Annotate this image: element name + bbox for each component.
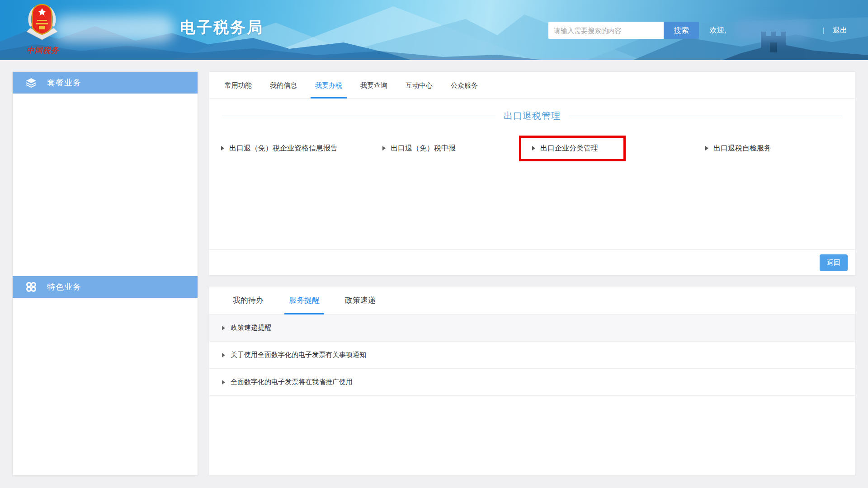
link-cell: 出口退税自检服务 — [693, 136, 855, 161]
caret-right-icon — [222, 380, 225, 385]
title-divider-left — [222, 116, 495, 116]
logout-link[interactable]: 退出 — [833, 22, 847, 39]
header-separator: | — [823, 22, 825, 39]
tab-interaction-center[interactable]: 互动中心 — [403, 72, 435, 98]
caret-right-icon — [222, 326, 225, 330]
search-input[interactable] — [548, 22, 664, 39]
tab-common-functions[interactable]: 常用功能 — [222, 72, 255, 98]
notice-item-einvoice-promotion[interactable]: 全面数字化的电子发票将在我省推广使用 — [209, 369, 855, 396]
sidebar-item-special-services[interactable]: 特色业务 — [13, 276, 198, 298]
logo-caption: 中国税务 — [18, 45, 68, 56]
sidebar: 套餐业务 特色业务 — [12, 71, 198, 476]
tab-my-info[interactable]: 我的信息 — [267, 72, 300, 98]
link-cell: 出口退（免）税企业资格信息报告 — [209, 136, 371, 161]
sidebar-item-package-services[interactable]: 套餐业务 — [13, 72, 198, 94]
caret-right-icon — [382, 146, 386, 150]
tab-my-todo[interactable]: 我的待办 — [230, 286, 266, 314]
caret-right-icon — [221, 146, 224, 150]
tab-tax-handling[interactable]: 我要办税 — [312, 72, 345, 98]
workspace-panel: 常用功能 我的信息 我要办税 我要查询 互动中心 公众服务 出口退税管理 出口退… — [209, 71, 855, 276]
apps-icon — [25, 282, 37, 292]
portal-title: 电子税务局 — [180, 17, 264, 38]
layers-icon — [25, 78, 37, 88]
function-links: 出口退（免）税企业资格信息报告 出口退（免）税申报 出口企业分类管理 出口退税自… — [209, 136, 855, 161]
search-button[interactable]: 搜索 — [664, 22, 699, 39]
notices-panel: 我的待办 服务提醒 政策速递 政策速递提醒 关于使用全面数字化的电子发票有关事项… — [209, 286, 855, 476]
link-export-tax-self-check[interactable]: 出口退税自检服务 — [693, 144, 771, 153]
back-button[interactable]: 返回 — [820, 254, 848, 271]
link-export-enterprise-classification[interactable]: 出口企业分类管理 — [519, 136, 626, 161]
notices-tabbar: 我的待办 服务提醒 政策速递 — [209, 286, 855, 314]
title-divider-right — [569, 116, 842, 116]
header-search: 搜索 — [548, 22, 699, 39]
tab-service-reminders[interactable]: 服务提醒 — [286, 286, 322, 314]
caret-right-icon — [222, 353, 225, 357]
sidebar-item-label: 特色业务 — [47, 282, 81, 292]
caret-right-icon — [705, 146, 708, 150]
welcome-text: 欢迎, — [710, 22, 726, 39]
redacted-province-name — [53, 15, 175, 42]
tab-inquiry[interactable]: 我要查询 — [358, 72, 390, 98]
notice-item-policy-reminder[interactable]: 政策速递提醒 — [209, 314, 855, 342]
notice-item-einvoice-notice[interactable]: 关于使用全面数字化的电子发票有关事项通知 — [209, 342, 855, 369]
link-cell: 出口退（免）税申报 — [371, 136, 532, 161]
workspace-tabbar: 常用功能 我的信息 我要办税 我要查询 互动中心 公众服务 — [209, 72, 855, 99]
section-title: 出口退税管理 — [504, 110, 561, 122]
tab-public-services[interactable]: 公众服务 — [448, 72, 481, 98]
site-header: 中国税务 电子税务局 搜索 欢迎, | 退出 — [0, 0, 868, 60]
section-title-row: 出口退税管理 — [209, 110, 855, 122]
back-row: 返回 — [209, 249, 855, 275]
redacted-user-name — [734, 19, 812, 41]
link-export-tax-qualification-report[interactable]: 出口退（免）税企业资格信息报告 — [209, 144, 338, 153]
link-export-tax-declaration[interactable]: 出口退（免）税申报 — [371, 144, 456, 153]
link-cell-highlighted: 出口企业分类管理 — [532, 136, 693, 161]
caret-right-icon — [532, 146, 535, 150]
sidebar-item-label: 套餐业务 — [47, 77, 81, 88]
tab-policy-express[interactable]: 政策速递 — [342, 286, 378, 314]
